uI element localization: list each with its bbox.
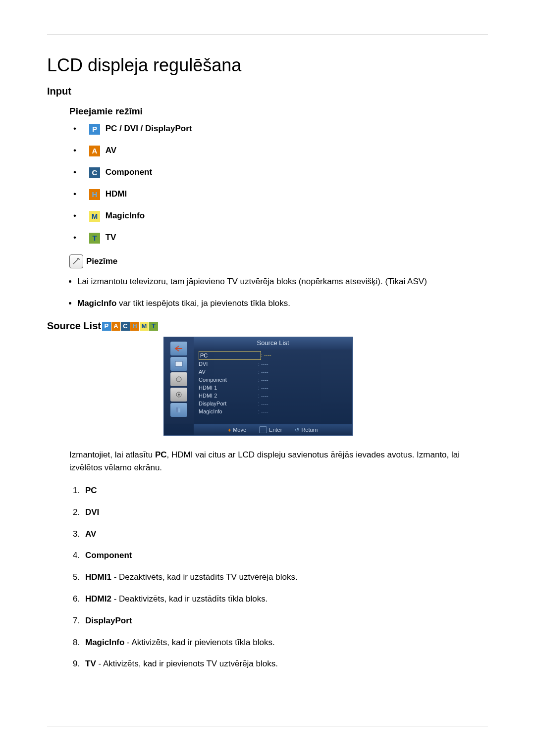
osd-row: Component: ---- bbox=[199, 376, 347, 384]
osd-val: : ---- bbox=[258, 376, 268, 384]
modes-heading: Pieejamie režīmi bbox=[69, 106, 488, 117]
osd-row: DVI: ---- bbox=[199, 360, 347, 368]
header-divider bbox=[47, 35, 488, 35]
m-icon: M bbox=[89, 211, 100, 222]
list-item: PC bbox=[82, 485, 488, 497]
osd-sidebar bbox=[164, 337, 194, 424]
note-item: Lai izmantotu televizoru, tam jāpievieno… bbox=[77, 275, 488, 288]
mode-hdmi: H HDMI bbox=[69, 189, 488, 200]
a-icon: A bbox=[89, 146, 100, 156]
p-icon: P bbox=[102, 322, 111, 331]
osd-label: PC bbox=[199, 351, 261, 360]
source-list-heading: Source List bbox=[47, 320, 101, 332]
osd-val: : ---- bbox=[258, 392, 268, 400]
note-list: Lai izmantotu televizoru, tam jāpievieno… bbox=[69, 275, 488, 309]
osd-row: AV: ---- bbox=[199, 368, 347, 376]
list-bold: DVI bbox=[85, 507, 99, 517]
source-numbered-list: PC DVI AV Component HDMI1 - Dezaktivēts,… bbox=[69, 485, 488, 670]
osd-side-icon bbox=[170, 403, 187, 417]
input-heading: Input bbox=[47, 86, 488, 97]
list-item: AV bbox=[82, 528, 488, 540]
osd-label: HDMI 1 bbox=[199, 384, 258, 392]
osd-hint-enter: Enter bbox=[259, 426, 282, 433]
osd-label: DVI bbox=[199, 360, 258, 368]
osd-label: AV bbox=[199, 368, 258, 376]
osd-side-icon bbox=[170, 342, 187, 355]
list-bold: Component bbox=[85, 551, 132, 560]
note-text: var tikt iespējots tikai, ja pievienots … bbox=[116, 299, 290, 308]
list-bold: AV bbox=[85, 529, 96, 539]
svg-rect-0 bbox=[175, 361, 182, 366]
list-item: TV - Aktivizēts, kad ir pievienots TV uz… bbox=[82, 658, 488, 670]
osd-val: : ---- bbox=[258, 360, 268, 368]
svg-point-1 bbox=[176, 377, 181, 382]
list-item: HDMI2 - Deaktivizēts, kad ir uzstādīts t… bbox=[82, 593, 488, 605]
c-icon: C bbox=[89, 167, 100, 178]
note-label: Piezīme bbox=[86, 256, 117, 266]
svg-rect-4 bbox=[176, 407, 178, 412]
h-icon: H bbox=[130, 322, 139, 331]
list-text: - Deaktivizēts, kad ir uzstādīts tīkla b… bbox=[111, 594, 268, 604]
list-text: - Dezaktivēts, kad ir uzstādīts TV uztvē… bbox=[111, 572, 298, 582]
footer-divider bbox=[47, 726, 488, 726]
osd-title: Source List bbox=[194, 337, 352, 350]
intro-text: Izmantojiet, lai atlasītu bbox=[69, 450, 155, 459]
page: LCD displeja regulēšana Input Pieejamie … bbox=[0, 0, 535, 756]
note-bold: MagicInfo bbox=[77, 299, 116, 308]
osd-label: DisplayPort bbox=[199, 400, 258, 407]
osd-val: : ---- bbox=[258, 368, 268, 376]
osd-val: : ---- bbox=[258, 407, 268, 415]
intro-bold: PC bbox=[155, 450, 167, 459]
list-item: MagicInfo - Aktivizēts, kad ir pievienot… bbox=[82, 637, 488, 649]
list-bold: HDMI1 bbox=[85, 572, 111, 582]
svg-rect-5 bbox=[178, 408, 180, 412]
osd-body: PC: ---- DVI: ---- AV: ---- Component: -… bbox=[199, 351, 347, 422]
page-title: LCD displeja regulēšana bbox=[47, 55, 488, 76]
list-text: - Aktivizēts, kad ir pievienots tīkla bl… bbox=[124, 638, 274, 647]
note-header: Piezīme bbox=[69, 254, 488, 268]
mode-magicinfo: M MagicInfo bbox=[69, 211, 488, 222]
osd-row: DisplayPort: ---- bbox=[199, 400, 347, 407]
mode-label: MagicInfo bbox=[106, 211, 145, 220]
mode-tv: T TV bbox=[69, 233, 488, 244]
osd-val: : ---- bbox=[258, 384, 268, 392]
mode-label: Component bbox=[106, 167, 152, 177]
osd-row: HDMI 1: ---- bbox=[199, 384, 347, 392]
list-bold: PC bbox=[85, 486, 97, 495]
mode-pc: P PC / DVI / DisplayPort bbox=[69, 124, 488, 135]
osd-side-icon bbox=[170, 388, 187, 402]
osd-hint-move: ♦Move bbox=[228, 427, 247, 433]
osd-side-icon bbox=[170, 357, 187, 371]
list-text: - Aktivizēts, kad ir pievienots TV uztvē… bbox=[96, 659, 278, 668]
note-icon bbox=[69, 254, 83, 268]
a-icon: A bbox=[111, 322, 120, 331]
source-intro: Izmantojiet, lai atlasītu PC, HDMI vai c… bbox=[69, 449, 488, 474]
osd-side-icon bbox=[170, 372, 187, 386]
osd-screenshot: Source List PC: ---- DVI: ---- AV: ---- … bbox=[163, 337, 353, 436]
osd-label: Component bbox=[199, 376, 258, 384]
source-list-heading-row: Source List P A C H M T bbox=[47, 320, 488, 332]
list-item: DisplayPort bbox=[82, 615, 488, 627]
list-item: DVI bbox=[82, 506, 488, 518]
modes-list: P PC / DVI / DisplayPort A AV C Componen… bbox=[69, 124, 488, 244]
mode-label: PC / DVI / DisplayPort bbox=[106, 124, 192, 133]
h-icon: H bbox=[89, 189, 100, 200]
list-bold: MagicInfo bbox=[85, 638, 124, 647]
note-item: MagicInfo var tikt iespējots tikai, ja p… bbox=[77, 297, 488, 310]
mode-component: C Component bbox=[69, 167, 488, 178]
list-bold: TV bbox=[85, 659, 96, 668]
mode-label: HDMI bbox=[106, 189, 127, 199]
list-bold: HDMI2 bbox=[85, 594, 111, 604]
list-item: Component bbox=[82, 550, 488, 561]
list-item: HDMI1 - Dezaktivēts, kad ir uzstādīts TV… bbox=[82, 571, 488, 583]
mode-av: A AV bbox=[69, 146, 488, 156]
osd-hint-return: ↺Return bbox=[295, 427, 318, 433]
m-icon: M bbox=[140, 322, 149, 331]
osd-label: HDMI 2 bbox=[199, 392, 258, 400]
t-icon: T bbox=[89, 233, 100, 244]
list-bold: DisplayPort bbox=[85, 616, 132, 625]
osd-label: MagicInfo bbox=[199, 407, 258, 415]
mode-label: TV bbox=[106, 233, 116, 242]
osd-val: : ---- bbox=[258, 400, 268, 407]
osd-footer: ♦Move Enter ↺Return bbox=[194, 424, 352, 435]
